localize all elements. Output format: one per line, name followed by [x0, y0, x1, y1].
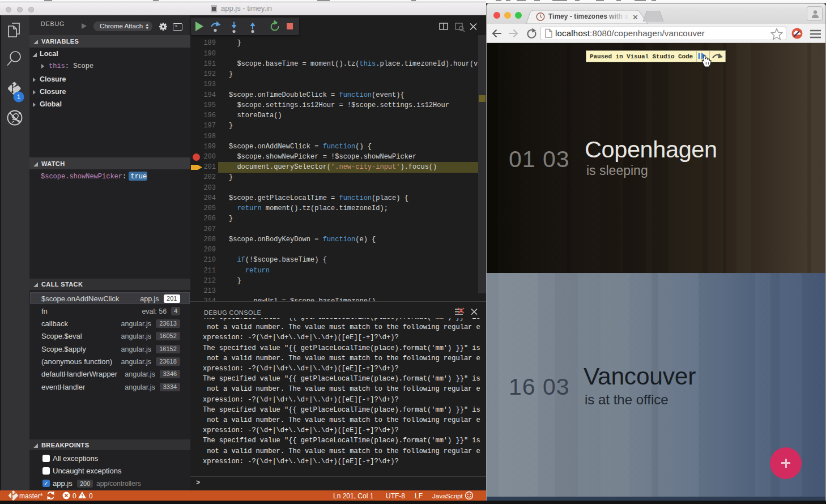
- svg-text:0: 0: [89, 492, 93, 500]
- svg-text:master*: master*: [19, 492, 43, 500]
- svg-text:LF: LF: [415, 492, 423, 500]
- svg-text:UTF-8: UTF-8: [386, 492, 405, 500]
- svg-text:0: 0: [73, 492, 76, 500]
- svg-text:JavaScript: JavaScript: [432, 493, 463, 499]
- svg-text:1: 1: [17, 93, 20, 100]
- svg-text:Ln 201, Col 1: Ln 201, Col 1: [333, 492, 374, 500]
